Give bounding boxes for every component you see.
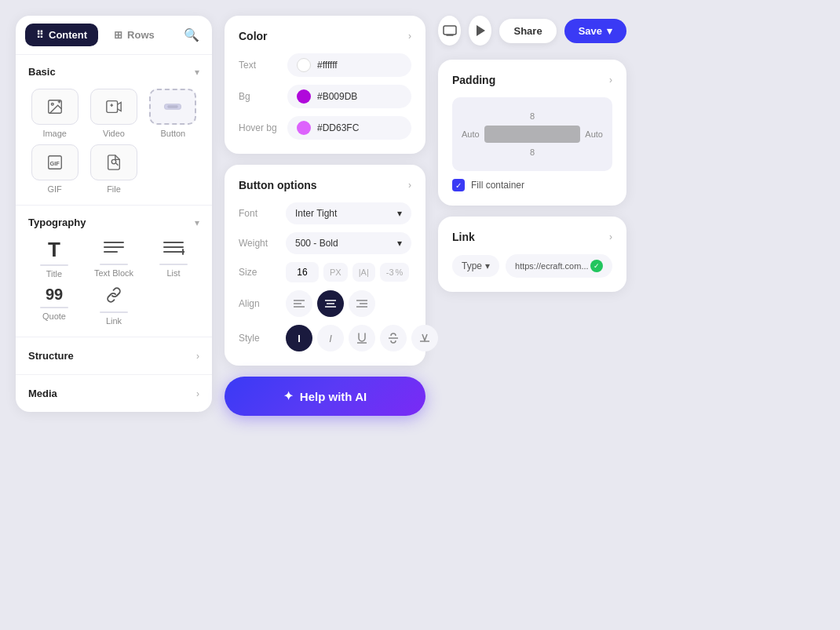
weight-select[interactable]: 500 - Bold ▾	[286, 232, 411, 254]
typo-list[interactable]: List	[148, 239, 199, 279]
style-row: Style I I	[239, 325, 411, 351]
padding-chevron[interactable]: ›	[609, 75, 612, 86]
title-divider	[40, 264, 68, 266]
style-strike-btn[interactable]	[380, 325, 407, 351]
file-label: File	[107, 184, 121, 194]
typo-link[interactable]: Link	[88, 286, 140, 326]
color-hover-row: Hover bg #DD63FC	[239, 116, 411, 140]
url-check-icon: ✓	[590, 260, 603, 272]
style-italic-btn[interactable]: I	[317, 325, 344, 351]
weight-chevron: ▾	[397, 238, 402, 249]
fill-container-checkbox[interactable]: ✓	[452, 179, 465, 191]
item-image[interactable]: Image	[28, 89, 81, 138]
tab-rows[interactable]: ⊞ Rows	[103, 24, 166, 46]
item-gif[interactable]: GIF GIF	[28, 144, 81, 194]
padding-card-header: Padding ›	[452, 74, 612, 86]
item-button[interactable]: Button	[147, 89, 199, 138]
basic-section-header: Basic ▾	[28, 66, 199, 78]
size-offset-unit: %	[396, 268, 404, 277]
preview-btn[interactable]	[469, 16, 491, 46]
color-bg-pill[interactable]: #B009DB	[287, 85, 411, 108]
style-baseline-btn[interactable]	[411, 325, 438, 351]
save-chevron: ▾	[607, 25, 612, 37]
button-options-header: Button options ›	[239, 179, 411, 191]
style-bold-btn[interactable]: I	[286, 325, 312, 351]
item-video[interactable]: Video	[87, 89, 140, 138]
font-row: Font Inter Tight ▾	[239, 202, 411, 224]
button-icon-box	[149, 89, 196, 125]
media-nav[interactable]: Media ›	[16, 375, 212, 412]
color-hover-label: Hover bg	[239, 122, 287, 133]
button-options-chevron[interactable]: ›	[408, 180, 411, 191]
share-label: Share	[513, 25, 542, 37]
link-icon	[104, 286, 124, 307]
size-offset[interactable]: -3 %	[380, 263, 410, 282]
align-right-btn[interactable]	[349, 290, 375, 317]
color-card-title: Color	[239, 30, 268, 42]
typography-chevron: ▾	[195, 217, 199, 228]
style-label: Style	[239, 333, 278, 344]
color-hover-pill[interactable]: #DD63FC	[287, 116, 411, 140]
link-label: Link	[106, 316, 122, 326]
color-text-pill[interactable]: #ffffff	[287, 53, 411, 77]
padding-middle: Auto Auto	[462, 126, 603, 143]
color-text-label: Text	[239, 60, 287, 71]
type-select[interactable]: Type ▾	[452, 255, 499, 277]
padding-left-value: Auto	[462, 129, 480, 139]
top-actions: Share Save ▾	[438, 16, 626, 46]
svg-rect-32	[444, 26, 456, 35]
align-left-btn[interactable]	[286, 290, 312, 317]
color-bg-swatch	[297, 89, 311, 104]
save-button[interactable]: Save ▾	[564, 19, 626, 43]
ai-help-button[interactable]: ✦ Help with AI	[225, 377, 425, 416]
media-title: Media	[28, 388, 57, 399]
font-value: Inter Tight	[295, 208, 337, 219]
list-label: List	[166, 268, 180, 278]
image-icon-box	[31, 89, 79, 125]
color-chevron[interactable]: ›	[408, 31, 411, 42]
tab-content[interactable]: ⠿ Content	[25, 24, 98, 46]
size-input[interactable]: 16	[286, 262, 319, 282]
middle-panel: Color › Text #ffffff Bg #B009DB Hover bg	[225, 16, 425, 416]
typo-quote[interactable]: 99 Quote	[28, 286, 80, 326]
padding-inner-box	[484, 126, 581, 143]
typography-items: T Title Text Block List	[28, 239, 199, 326]
typography-title: Typography	[28, 217, 86, 228]
left-panel: ⠿ Content ⊞ Rows 🔍 Basic ▾ Image	[16, 16, 212, 412]
link-chevron[interactable]: ›	[609, 231, 612, 242]
list-divider	[159, 264, 188, 265]
ai-label: Help with AI	[300, 390, 367, 403]
title-icon: T	[48, 239, 60, 260]
tab-content-label: Content	[49, 29, 87, 41]
basic-title: Basic	[28, 66, 56, 78]
button-options-card: Button options › Font Inter Tight ▾ Weig…	[225, 165, 425, 366]
typo-text-block[interactable]: Text Block	[88, 239, 140, 279]
structure-nav[interactable]: Structure ›	[16, 337, 212, 375]
share-button[interactable]: Share	[499, 19, 556, 43]
color-bg-label: Bg	[239, 91, 287, 102]
color-card-header: Color ›	[239, 30, 411, 42]
image-label: Image	[42, 129, 67, 138]
align-label: Align	[239, 298, 278, 309]
quote-label: Quote	[42, 311, 66, 321]
file-icon-box	[90, 144, 137, 180]
url-value: https://ecraft.com...	[515, 261, 589, 271]
color-hover-value: #DD63FC	[317, 122, 359, 133]
size-row: Size 16 PX |A| -3 %	[239, 262, 411, 282]
style-underline-btn[interactable]	[349, 325, 375, 351]
search-button[interactable]: 🔍	[181, 24, 203, 46]
align-center-btn[interactable]	[317, 290, 344, 317]
save-label: Save	[579, 25, 602, 37]
panel-tabs: ⠿ Content ⊞ Rows 🔍	[16, 16, 212, 55]
desktop-view-btn[interactable]	[438, 16, 461, 46]
align-group	[286, 290, 375, 317]
structure-chevron: ›	[196, 351, 199, 362]
item-file[interactable]: File	[87, 144, 140, 194]
weight-label: Weight	[239, 238, 278, 249]
media-chevron: ›	[196, 388, 199, 399]
link-card: Link › Type ▾ https://ecraft.com... ✓	[438, 217, 626, 292]
url-pill[interactable]: https://ecraft.com... ✓	[506, 254, 612, 278]
font-select[interactable]: Inter Tight ▾	[286, 202, 411, 224]
typo-title[interactable]: T Title	[28, 239, 80, 279]
button-label: Button	[160, 129, 185, 138]
